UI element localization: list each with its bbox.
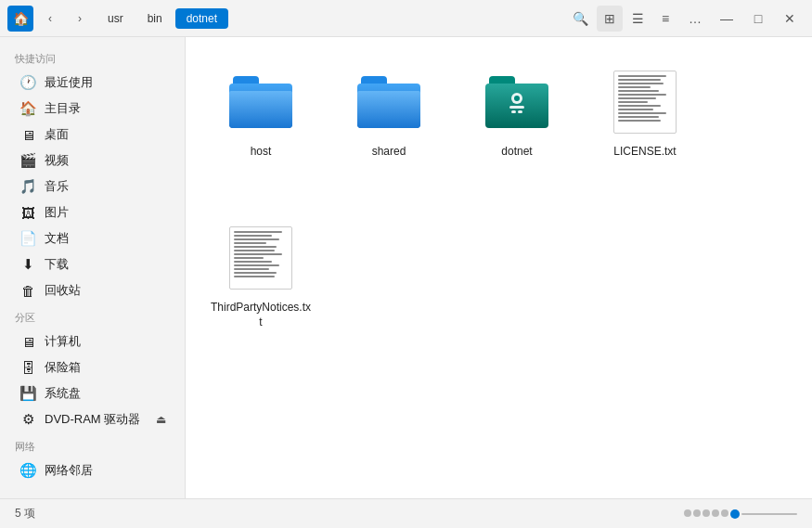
sidebar-item-desktop-label: 桌面 — [45, 126, 69, 143]
network-label: 网络 — [0, 432, 185, 457]
statusbar-right — [684, 509, 797, 519]
sidebar-item-recent-label: 最近使用 — [45, 74, 93, 91]
back-button[interactable]: ‹ — [37, 6, 63, 32]
desktop-icon: 🖥 — [19, 127, 37, 143]
sidebar-item-system-disk[interactable]: 💾 系统盘 — [4, 380, 181, 406]
sidebar-item-video-label: 视频 — [45, 152, 69, 169]
vault-icon: 🗄 — [19, 360, 37, 376]
file-name-shared: shared — [372, 145, 406, 160]
partition-label: 分区 — [0, 303, 185, 328]
breadcrumb-bin[interactable]: bin — [136, 8, 174, 29]
zoom-dot-2 — [693, 509, 701, 517]
sidebar-item-video[interactable]: 🎬 视频 — [4, 148, 181, 174]
sidebar-item-network[interactable]: 🌐 网络邻居 — [4, 457, 181, 483]
system-disk-icon: 💾 — [19, 385, 37, 402]
sidebar-item-trash-label: 回收站 — [45, 282, 81, 299]
video-icon: 🎬 — [19, 152, 37, 169]
file-icon-thirdparty — [227, 225, 294, 291]
sidebar-item-network-label: 网络邻居 — [45, 462, 93, 479]
maximize-button[interactable]: □ — [743, 6, 773, 32]
sidebar-item-vault[interactable]: 🗄 保险箱 — [4, 354, 181, 380]
minimize-button[interactable]: — — [712, 6, 741, 32]
svg-rect-3 — [518, 110, 522, 113]
dotnet-logo — [504, 91, 530, 122]
sidebar-item-downloads[interactable]: ⬇ 下载 — [4, 251, 181, 277]
home-icon: 🏠 — [19, 100, 37, 117]
sidebar-item-documents-label: 文档 — [45, 230, 69, 247]
zoom-dot-4 — [712, 509, 719, 517]
file-item-dotnet[interactable]: dotnet — [457, 52, 577, 200]
breadcrumb-tabs: usr bin dotnet — [97, 8, 561, 29]
sidebar-item-pictures-label: 图片 — [45, 204, 69, 221]
app-icon: 🏠 — [7, 6, 33, 32]
pictures-icon: 🖼 — [19, 205, 37, 221]
file-name-thirdparty: ThirdPartyNotices.txt — [210, 301, 312, 329]
computer-icon: 🖥 — [19, 334, 37, 350]
view-grid-button[interactable]: ⊞ — [597, 6, 623, 32]
file-item-thirdparty[interactable]: ThirdPartyNotices.txt — [200, 208, 321, 356]
breadcrumb-dotnet[interactable]: dotnet — [175, 8, 228, 29]
downloads-icon: ⬇ — [19, 256, 37, 273]
recent-icon: 🕐 — [19, 74, 37, 91]
sidebar-item-music-label: 音乐 — [45, 178, 69, 195]
content-area: host shared — [186, 37, 812, 498]
sidebar-item-recent[interactable]: 🕐 最近使用 — [4, 70, 181, 96]
sidebar-item-computer-label: 计算机 — [45, 333, 81, 350]
sidebar-item-desktop[interactable]: 🖥 桌面 — [4, 122, 181, 148]
sidebar-item-downloads-label: 下载 — [45, 256, 69, 273]
sidebar-item-trash[interactable]: 🗑 回收站 — [4, 277, 181, 303]
forward-button[interactable]: › — [67, 6, 93, 32]
file-item-license[interactable]: LICENSE.txt — [585, 52, 705, 200]
sidebar-item-documents[interactable]: 📄 文档 — [4, 225, 181, 251]
file-name-license: LICENSE.txt — [613, 145, 676, 160]
sidebar-item-home[interactable]: 🏠 主目录 — [4, 96, 181, 122]
view-detail-button[interactable]: ≡ — [652, 6, 678, 32]
file-item-shared[interactable]: shared — [329, 52, 449, 200]
folder-icon-shared — [355, 69, 422, 135]
music-icon: 🎵 — [19, 178, 37, 195]
main-layout: 快捷访问 🕐 最近使用 🏠 主目录 🖥 桌面 🎬 视频 🎵 音乐 🖼 图片 📄 … — [0, 37, 812, 498]
quick-access-label: 快捷访问 — [0, 45, 185, 70]
svg-rect-1 — [509, 106, 524, 109]
statusbar: 5 项 — [0, 498, 812, 528]
sidebar-item-computer[interactable]: 🖥 计算机 — [4, 328, 181, 354]
zoom-bar — [684, 509, 797, 519]
folder-icon-host — [227, 69, 294, 135]
file-item-host[interactable]: host — [200, 52, 321, 200]
svg-point-4 — [514, 96, 520, 101]
folder-icon-dotnet — [483, 69, 550, 135]
sidebar-item-music[interactable]: 🎵 音乐 — [4, 174, 181, 200]
more-button[interactable]: … — [680, 6, 710, 32]
zoom-dot-active — [730, 509, 740, 519]
sidebar-item-vault-label: 保险箱 — [45, 359, 81, 376]
sidebar-item-dvd[interactable]: ⚙ DVD-RAM 驱动器 ⏏ — [4, 406, 181, 432]
trash-icon: 🗑 — [19, 283, 37, 299]
titlebar-actions: 🔍 ⊞ ☰ ≡ … — □ ✕ — [565, 6, 805, 32]
file-icon-license — [612, 69, 678, 135]
network-icon: 🌐 — [19, 462, 37, 479]
dvd-icon: ⚙ — [19, 411, 37, 428]
zoom-dot-3 — [702, 509, 710, 517]
zoom-dot-5 — [721, 509, 728, 517]
sidebar-item-system-disk-label: 系统盘 — [45, 385, 81, 402]
sidebar-item-pictures[interactable]: 🖼 图片 — [4, 200, 181, 225]
file-name-host: host — [251, 145, 272, 160]
file-grid: host shared — [200, 52, 797, 356]
item-count: 5 项 — [15, 506, 35, 522]
eject-icon[interactable]: ⏏ — [156, 413, 166, 426]
file-name-dotnet: dotnet — [501, 145, 532, 160]
zoom-slider-track[interactable] — [741, 513, 797, 515]
sidebar: 快捷访问 🕐 最近使用 🏠 主目录 🖥 桌面 🎬 视频 🎵 音乐 🖼 图片 📄 … — [0, 37, 186, 498]
zoom-dots — [684, 509, 740, 519]
search-button[interactable]: 🔍 — [565, 6, 595, 32]
documents-icon: 📄 — [19, 230, 37, 247]
breadcrumb-usr[interactable]: usr — [97, 8, 135, 29]
titlebar: 🏠 ‹ › usr bin dotnet 🔍 ⊞ ☰ ≡ … — □ ✕ — [0, 0, 812, 37]
close-button[interactable]: ✕ — [775, 6, 805, 32]
view-list-button[interactable]: ☰ — [625, 6, 651, 32]
svg-rect-2 — [511, 110, 516, 113]
sidebar-item-home-label: 主目录 — [45, 100, 81, 117]
zoom-dot-1 — [684, 509, 691, 517]
sidebar-item-dvd-label: DVD-RAM 驱动器 — [45, 411, 140, 428]
